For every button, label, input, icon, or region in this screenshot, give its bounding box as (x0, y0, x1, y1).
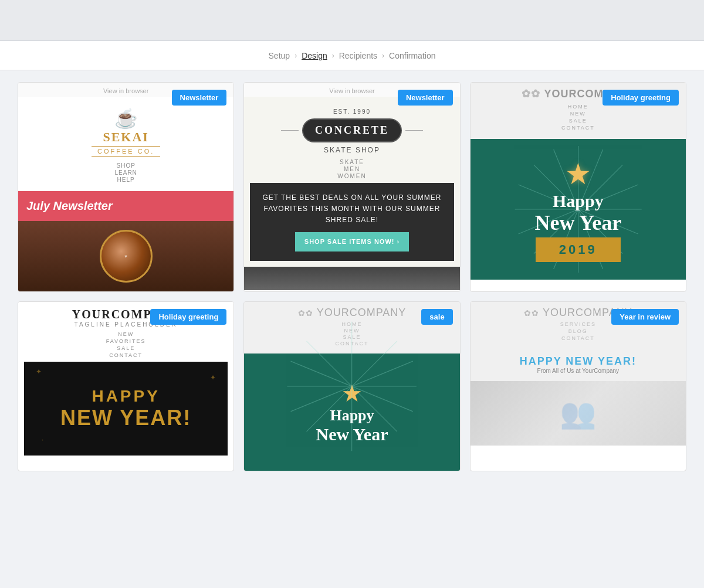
card4-nav-sale: SALE (24, 345, 228, 351)
card2-content: EST. 1990 CONCRETE SKATE SHOP SKATE MEN … (244, 97, 459, 267)
card2-nav-women: WOMEN (250, 173, 453, 179)
card1-nav-learn: LEARN (24, 169, 228, 176)
card6-happy-text: HAPPY NEW YEAR! (478, 355, 679, 368)
card2-nav: SKATE MEN WOMEN (250, 159, 453, 179)
card2-footer-image (244, 267, 459, 290)
card1-logo: ☕ SEKAI COFFEE CO. (24, 107, 228, 158)
breadcrumb-sep-2: › (332, 52, 334, 60)
card6-nav-blog: BLOG (475, 328, 681, 334)
card2-shop: SKATE SHOP (250, 146, 453, 154)
card3-nav-new: NEW (475, 111, 681, 117)
card4-image: ✦ ✦ · HAPPY NEW YEAR! (24, 362, 228, 456)
breadcrumb-bar: Setup › Design › Recipients › Confirmati… (0, 41, 704, 70)
template-card-sekai[interactable]: View in browser Newsletter ☕ SEKAI COFFE… (18, 82, 234, 292)
card2-est: EST. 1990 (250, 108, 453, 115)
template-card-year-review[interactable]: Year in review ✿✿ YOURCOMPANY SERVICES B… (470, 301, 686, 471)
coffee-cup-icon: ☕ (24, 107, 228, 130)
breadcrumb-sep-3: › (382, 52, 384, 60)
card2-shop-btn[interactable]: SHOP SALE ITEMS NOW! › (295, 232, 409, 252)
card6-happy-section: HAPPY NEW YEAR! From All of Us at YourCo… (471, 348, 686, 381)
card5-content: ✿✿ YOURCOMPANY HOME NEW SALE CONTACT (244, 302, 459, 471)
card6-from-text: From All of Us at YourCompany (478, 368, 679, 374)
template-grid: View in browser Newsletter ☕ SEKAI COFFE… (0, 70, 704, 483)
card3-new-year: New Year (535, 210, 622, 235)
card4-nav: NEW FAVORITES SALE CONTACT (24, 331, 228, 358)
card4-happy: HAPPY (92, 387, 160, 406)
card6-nav-contact: CONTACT (475, 335, 681, 341)
card1-nav: SHOP LEARN HELP (24, 162, 228, 183)
card2-pill: CONCRETE (302, 118, 402, 142)
card3-new-year-image: ★ Happy New Year 2019 (471, 139, 686, 280)
latte-art-decoration: ♥ (124, 254, 127, 259)
card3-nav: HOME NEW SALE CONTACT (475, 104, 681, 131)
card3-nav-sale: SALE (475, 118, 681, 124)
card5-image: ★ Happy New Year (244, 354, 459, 471)
template-card-concrete[interactable]: View in browser Newsletter EST. 1990 CON… (243, 82, 460, 292)
card2-nav-skate: SKATE (250, 159, 453, 165)
template-card-holiday-black[interactable]: Holiday greeting YOURCOMPANY TAGLINE PLA… (18, 301, 234, 471)
card1-content: ☕ SEKAI COFFEE CO. SHOP LEARN HELP (18, 97, 233, 191)
card1-nav-shop: SHOP (24, 162, 228, 169)
card2-badge: Newsletter (398, 90, 453, 106)
template-card-sale[interactable]: sale ✿✿ YOURCOMPANY HOME NEW SALE CONTAC… (243, 301, 460, 471)
breadcrumb-sep-1: › (295, 52, 297, 60)
card2-promo-area: GET THE BEST DEALS ON ALL YOUR SUMMER FA… (250, 183, 453, 261)
breadcrumb-setup[interactable]: Setup (269, 51, 290, 60)
card4-content: YOURCOMPANY TAGLINE PLACEHOLDER NEW FAVO… (18, 302, 233, 461)
card1-coffee-image: ♥ (18, 221, 233, 291)
card3-content: ✿✿ YOURCOMPANY HOME NEW SALE CONTACT (471, 83, 686, 280)
card6-logo-icon: ✿✿ (524, 308, 539, 318)
sparkle-1: ✦ (36, 368, 42, 376)
card4-nav-favorites: FAVORITES (24, 338, 228, 344)
card1-badge: Newsletter (172, 90, 227, 106)
card2-promo-text: GET THE BEST DEALS ON ALL YOUR SUMMER FA… (259, 192, 444, 226)
card3-badge: Holiday greeting (603, 90, 679, 106)
breadcrumb-design[interactable]: Design (302, 51, 327, 60)
card4-nav-contact: CONTACT (24, 352, 228, 358)
card5-rays (244, 302, 459, 471)
card3-year-banner: 2019 (536, 237, 621, 262)
card1-nav-help: HELP (24, 176, 228, 183)
card2-logo: EST. 1990 CONCRETE SKATE SHOP (250, 108, 453, 154)
card1-sub: COFFEE CO. (92, 146, 160, 157)
card1-brand: SEKAI (24, 130, 228, 145)
card2-nav-men: MEN (250, 166, 453, 172)
card1-hero-banner: July Newsletter (18, 191, 233, 221)
top-bar (0, 0, 704, 41)
template-card-holiday-teal[interactable]: Holiday greeting ✿✿ YOURCOMPANY HOME NEW… (470, 82, 686, 292)
card3-logo-icon: ✿✿ (522, 87, 540, 100)
breadcrumb-confirmation[interactable]: Confirmation (389, 51, 435, 60)
sparkle-3: · (42, 436, 43, 444)
coffee-latte-art: ♥ (100, 230, 153, 283)
card4-nav-new: NEW (24, 331, 228, 337)
card4-badge: Holiday greeting (150, 309, 226, 325)
card2-brand: CONCRETE (315, 124, 389, 137)
card3-nav-contact: CONTACT (475, 125, 681, 131)
card5-badge: sale (421, 309, 452, 325)
breadcrumb-recipients[interactable]: Recipients (339, 51, 377, 60)
sparkle-2: ✦ (210, 373, 216, 382)
card3-happy: Happy (553, 191, 604, 210)
card6-team-photo: 👥 (471, 381, 686, 446)
card6-badge: Year in review (611, 309, 679, 325)
card4-new-year: NEW YEAR! (60, 406, 191, 430)
photo-overlay (471, 381, 686, 446)
star-icon: ★ (565, 157, 591, 191)
